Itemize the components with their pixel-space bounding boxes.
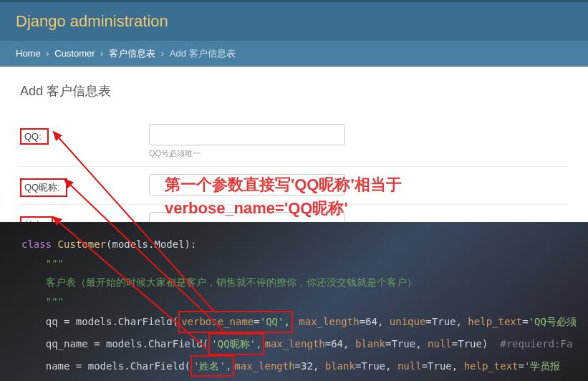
qq-input[interactable] [149, 124, 345, 145]
breadcrumb-home[interactable]: Home [16, 48, 41, 59]
code-doc-close: """ [21, 292, 567, 312]
code-qqname-str: 'QQ昵称', [208, 333, 264, 355]
code-class: class Customer(models.Model): [21, 235, 567, 254]
qqname-label: QQ昵称: [20, 178, 67, 197]
breadcrumb-sep: › [100, 48, 103, 59]
admin-header: Django administration [0, 0, 588, 41]
form-row-qq: QQ: QQ号必须唯一 [20, 117, 568, 167]
code-doc: 客户表（最开始的时候大家都是客户，销售就不停的撩你，你还没交钱就是个客户） [21, 273, 567, 292]
breadcrumb-model[interactable]: 客户信息表 [109, 48, 155, 59]
admin-title: Django administration [16, 12, 168, 30]
code-doc-open: """ [21, 254, 567, 274]
qq-label: QQ: [20, 128, 49, 145]
breadcrumb-current: Add 客户信息表 [170, 48, 236, 59]
qq-field-wrap: QQ号必须唯一 [149, 124, 568, 159]
code-qqname: qq_name = models.CharField('QQ昵称',max_le… [21, 333, 567, 355]
page-title: Add 客户信息表 [20, 82, 568, 100]
breadcrumb: Home › Customer › 客户信息表 › Add 客户信息表 [0, 41, 588, 67]
annotation-line2: verbose_name='QQ昵称' [165, 196, 402, 220]
qq-help: QQ号必须唯一 [149, 148, 568, 159]
code-qq: qq = models.CharField(verbose_name='QQ',… [21, 311, 567, 333]
code-name: name = models.CharField('姓名',max_length=… [21, 355, 567, 377]
code-panel: class Customer(models.Model): """ 客户表（最开… [0, 222, 588, 381]
qq-label-wrap: QQ: [20, 124, 149, 145]
code-qq-verbose: verbose_name='QQ', [178, 311, 293, 333]
annotation-text: 第一个参数直接写'QQ昵称'相当于 verbose_name='QQ昵称' [165, 173, 402, 220]
code-name-str: '姓名', [191, 355, 234, 377]
annotation-line1: 第一个参数直接写'QQ昵称'相当于 [165, 173, 402, 196]
qqname-label-wrap: QQ昵称: [20, 174, 149, 197]
code-sex: sex_type = (('male', '男'), ('female', '女… [21, 377, 567, 381]
breadcrumb-app[interactable]: Customer [54, 48, 95, 59]
breadcrumb-sep: › [161, 48, 164, 59]
breadcrumb-sep: › [46, 48, 49, 59]
